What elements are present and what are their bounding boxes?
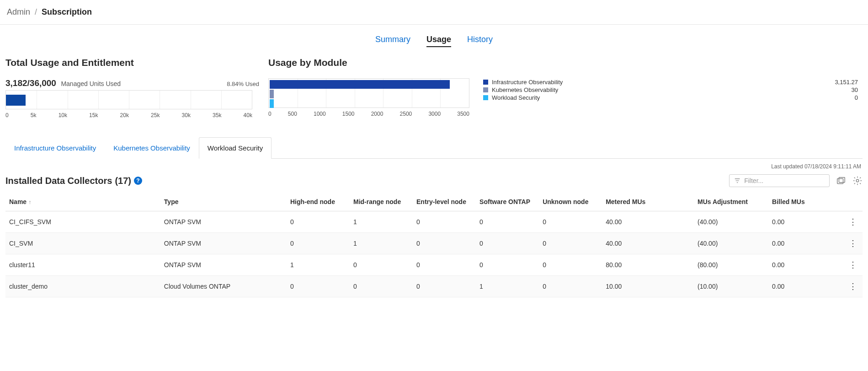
cell-billed: 0.00	[768, 254, 843, 276]
col-entry[interactable]: Entry-level node	[413, 193, 476, 211]
filter-input-wrapper[interactable]	[729, 174, 830, 187]
svg-rect-0	[837, 178, 843, 183]
cell-billed: 0.00	[768, 276, 843, 297]
legend-label: Kubernetes Observability	[492, 86, 558, 93]
cell-metered: 80.00	[602, 254, 694, 276]
subtab-workload-security[interactable]: Workload Security	[199, 137, 272, 159]
cell-name: cluster11	[5, 254, 160, 276]
svg-point-2	[856, 179, 859, 182]
cell-name: CI_SVM	[5, 233, 160, 254]
subtab-kubernetes[interactable]: Kubernetes Observability	[105, 137, 199, 159]
cell-billed: 0.00	[768, 211, 843, 233]
breadcrumb-current: Subscription	[42, 7, 92, 17]
cell-unk: 0	[539, 233, 602, 254]
cell-soft: 1	[476, 276, 539, 297]
col-mid[interactable]: Mid-range node	[350, 193, 413, 211]
cell-high: 0	[287, 233, 350, 254]
tab-usage[interactable]: Usage	[426, 35, 451, 47]
cell-metered: 40.00	[602, 233, 694, 254]
cell-soft: 0	[476, 254, 539, 276]
table-row[interactable]: CI_SVMONTAP SVM0100040.00(40.00)0.00⋮	[5, 233, 863, 254]
col-billed[interactable]: Billed MUs	[768, 193, 843, 211]
collectors-title: Installed Data Collectors (17) ?	[5, 176, 142, 186]
breadcrumb-separator: /	[35, 7, 37, 17]
legend-value: 0	[855, 94, 863, 101]
collectors-title-text: Installed Data Collectors	[5, 176, 112, 186]
cell-soft: 0	[476, 233, 539, 254]
usage-value-label: Managed Units Used	[61, 80, 121, 87]
module-bar	[270, 90, 274, 98]
collectors-count: (17)	[115, 176, 131, 186]
total-usage-bar	[5, 90, 252, 109]
cell-metered: 40.00	[602, 211, 694, 233]
cell-entry: 0	[413, 211, 476, 233]
page-tabs: Summary Usage History	[0, 25, 868, 53]
row-menu-icon[interactable]: ⋮	[843, 276, 863, 297]
usage-pct: 8.84% Used	[227, 81, 259, 87]
legend-row: Workload Security0	[483, 94, 863, 102]
legend-swatch	[483, 80, 488, 85]
sort-asc-icon: ↑	[28, 199, 31, 205]
cell-adj: (80.00)	[694, 254, 768, 276]
col-unk[interactable]: Unknown node	[539, 193, 602, 211]
cell-high: 1	[287, 254, 350, 276]
cell-high: 0	[287, 211, 350, 233]
cell-type: ONTAP SVM	[160, 254, 287, 276]
export-icon[interactable]	[836, 176, 846, 186]
subtab-infrastructure[interactable]: Infrastructure Observability	[5, 137, 105, 159]
total-usage-title: Total Usage and Entitlement	[5, 57, 259, 68]
col-soft[interactable]: Software ONTAP	[476, 193, 539, 211]
module-usage-chart	[268, 78, 469, 108]
module-bar	[270, 80, 450, 89]
sub-tabs: Infrastructure Observability Kubernetes …	[5, 137, 863, 159]
last-updated: Last updated 07/18/2024 9:11:11 AM	[0, 159, 868, 170]
row-menu-icon[interactable]: ⋮	[843, 233, 863, 254]
help-icon[interactable]: ?	[134, 177, 142, 185]
breadcrumb: Admin / Subscription	[0, 0, 868, 25]
filter-icon	[734, 177, 740, 184]
cell-soft: 0	[476, 211, 539, 233]
cell-adj: (40.00)	[694, 211, 768, 233]
cell-type: ONTAP SVM	[160, 233, 287, 254]
cell-name: cluster_demo	[5, 276, 160, 297]
cell-entry: 0	[413, 276, 476, 297]
table-row[interactable]: cluster11ONTAP SVM1000080.00(80.00)0.00⋮	[5, 254, 863, 276]
cell-high: 0	[287, 276, 350, 297]
cell-mid: 1	[350, 211, 413, 233]
breadcrumb-parent[interactable]: Admin	[7, 7, 30, 17]
cell-unk: 0	[539, 276, 602, 297]
col-adj[interactable]: MUs Adjustment	[694, 193, 768, 211]
col-metered[interactable]: Metered MUs	[602, 193, 694, 211]
row-menu-icon[interactable]: ⋮	[843, 254, 863, 276]
svg-rect-1	[839, 177, 845, 183]
module-usage-ticks: 0500100015002000250030003500	[268, 111, 469, 117]
col-name[interactable]: Name↑	[5, 193, 160, 211]
legend-label: Infrastructure Observability	[492, 79, 563, 86]
legend-swatch	[483, 95, 488, 100]
legend-row: Infrastructure Observability3,151.27	[483, 78, 863, 86]
legend-row: Kubernetes Observability30	[483, 86, 863, 94]
module-usage-legend: Infrastructure Observability3,151.27Kube…	[483, 78, 863, 102]
gear-icon[interactable]	[852, 176, 863, 186]
cell-unk: 0	[539, 254, 602, 276]
collectors-table: Name↑ Type High-end node Mid-range node …	[5, 193, 863, 297]
table-row[interactable]: CI_CIFS_SVMONTAP SVM0100040.00(40.00)0.0…	[5, 211, 863, 233]
cell-mid: 1	[350, 233, 413, 254]
legend-value: 30	[852, 86, 863, 93]
module-usage-title: Usage by Module	[268, 57, 863, 68]
total-usage-ticks: 05k10k15k20k25k30k35k40k	[5, 112, 252, 118]
row-menu-icon[interactable]: ⋮	[843, 211, 863, 233]
cell-entry: 0	[413, 254, 476, 276]
filter-input[interactable]	[744, 177, 825, 184]
tab-summary[interactable]: Summary	[375, 35, 410, 47]
module-bar	[270, 99, 274, 108]
col-high[interactable]: High-end node	[287, 193, 350, 211]
tab-history[interactable]: History	[467, 35, 493, 47]
col-type[interactable]: Type	[160, 193, 287, 211]
table-row[interactable]: cluster_demoCloud Volumes ONTAP0001010.0…	[5, 276, 863, 297]
usage-value: 3,182/36,000	[5, 78, 56, 88]
cell-mid: 0	[350, 276, 413, 297]
legend-label: Workload Security	[492, 94, 540, 101]
cell-unk: 0	[539, 211, 602, 233]
legend-value: 3,151.27	[835, 79, 863, 86]
